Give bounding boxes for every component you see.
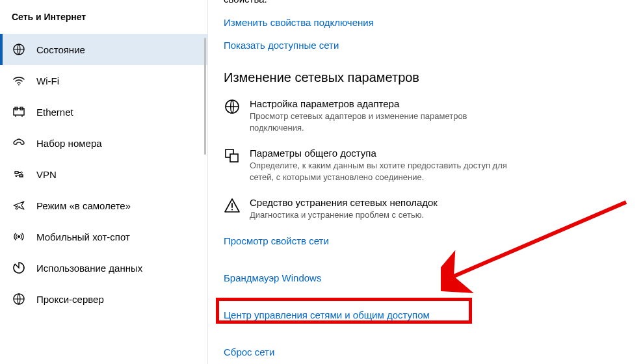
- sidebar: Сеть и Интернет Состояние Wi-Fi Ethernet…: [0, 0, 208, 364]
- setting-desc: Определите, к каким данным вы хотите пре…: [250, 160, 523, 183]
- status-icon: [12, 42, 26, 57]
- sidebar-item-wifi[interactable]: Wi-Fi: [0, 65, 207, 96]
- ethernet-icon: [12, 105, 26, 119]
- sidebar-item-proxy[interactable]: Прокси-сервер: [0, 283, 207, 315]
- datausage-icon: [12, 261, 26, 275]
- main-content: свойства. Изменить свойства подключения …: [208, 0, 643, 364]
- svg-point-7: [18, 235, 20, 238]
- setting-desc: Просмотр сетевых адаптеров и изменение п…: [250, 110, 523, 133]
- sidebar-heading: Сеть и Интернет: [0, 9, 207, 34]
- troubleshoot-icon: [224, 197, 250, 221]
- link-change-connection-props[interactable]: Изменить свойства подключения: [224, 17, 374, 28]
- sidebar-item-datausage[interactable]: Использование данных: [0, 252, 207, 283]
- sharing-icon: [224, 148, 250, 183]
- hotspot-icon: [12, 229, 26, 244]
- sidebar-item-label: VPN: [36, 169, 57, 180]
- svg-point-1: [18, 84, 20, 86]
- svg-point-6: [16, 175, 17, 176]
- link-show-available-networks[interactable]: Показать доступные сети: [224, 40, 339, 51]
- proxy-icon: [12, 292, 26, 306]
- sidebar-scrollbar[interactable]: [204, 38, 206, 155]
- sidebar-item-label: Состояние: [36, 44, 85, 55]
- link-network-sharing-center[interactable]: Центр управления сетями и общим доступом: [224, 309, 430, 320]
- sidebar-item-label: Ethernet: [36, 107, 73, 118]
- sidebar-item-status[interactable]: Состояние: [0, 34, 207, 65]
- setting-title: Настройка параметров адаптера: [250, 98, 627, 109]
- wifi-icon: [12, 73, 26, 88]
- sidebar-item-label: Режим «в самолете»: [36, 200, 131, 211]
- setting-troubleshoot[interactable]: Средство устранения сетевых неполадок Ди…: [224, 197, 627, 221]
- sidebar-item-dialup[interactable]: Набор номера: [0, 127, 207, 159]
- section-title: Изменение сетевых параметров: [224, 70, 627, 85]
- setting-title: Средство устранения сетевых неполадок: [250, 197, 627, 208]
- setting-desc: Диагностика и устранение проблем с сетью…: [250, 209, 523, 221]
- adapter-icon: [224, 98, 250, 133]
- setting-title: Параметры общего доступа: [250, 148, 627, 159]
- sidebar-item-label: Wi-Fi: [36, 75, 59, 86]
- sidebar-item-label: Прокси-сервер: [36, 294, 104, 305]
- sidebar-item-ethernet[interactable]: Ethernet: [0, 96, 207, 127]
- link-network-reset[interactable]: Сброс сети: [224, 346, 274, 358]
- link-windows-firewall[interactable]: Брандмауэр Windows: [224, 272, 321, 283]
- sidebar-item-airplane[interactable]: Режим «в самолете»: [0, 190, 207, 221]
- setting-adapter-options[interactable]: Настройка параметров адаптера Просмотр с…: [224, 98, 627, 133]
- airplane-icon: [12, 198, 26, 213]
- svg-point-5: [21, 172, 22, 173]
- link-view-network-props[interactable]: Просмотр свойств сети: [224, 235, 329, 246]
- sidebar-item-vpn[interactable]: VPN: [0, 159, 207, 190]
- sidebar-item-label: Использование данных: [36, 263, 142, 274]
- svg-point-12: [231, 209, 233, 211]
- sidebar-item-label: Мобильный хот-спот: [36, 231, 130, 242]
- dialup-icon: [12, 136, 26, 150]
- setting-sharing-options[interactable]: Параметры общего доступа Определите, к к…: [224, 148, 627, 183]
- truncated-text: свойства.: [224, 0, 627, 5]
- sidebar-item-hotspot[interactable]: Мобильный хот-спот: [0, 221, 207, 252]
- sidebar-item-label: Набор номера: [36, 138, 102, 149]
- svg-rect-11: [230, 154, 238, 162]
- vpn-icon: [12, 167, 26, 181]
